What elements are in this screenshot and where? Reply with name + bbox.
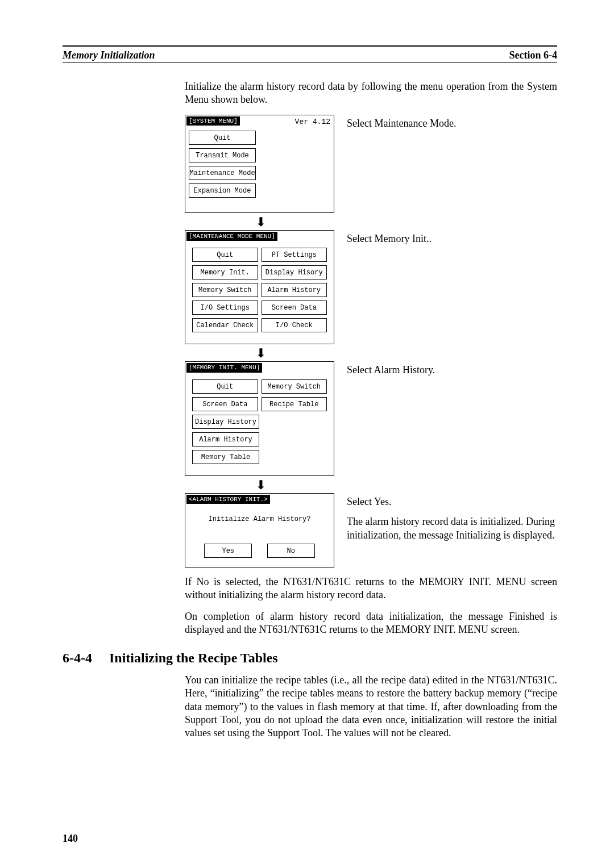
memory-init-button[interactable]: Memory Init. [192,265,258,279]
down-arrow-icon: ➡︎ [255,348,267,358]
transmit-mode-button[interactable]: Transmit Mode [189,148,256,162]
panel-title: [SYSTEM MENU] [186,116,240,126]
intro-text: Initialize the alarm history record data… [185,80,557,107]
screen-data-button[interactable]: Screen Data [192,397,258,411]
quit-button[interactable]: Quit [192,379,258,394]
subheading-text: You can initialize the recipe tables (i.… [185,674,557,740]
dialog-message: Initialize Alarm History? [185,504,334,544]
alarm-history-init-panel: <ALARM HISTORY INIT.> Initialize Alarm H… [185,493,334,567]
header-left: Memory Initialization [63,49,155,61]
calendar-check-button[interactable]: Calendar Check [192,318,258,332]
display-history-button[interactable]: Display Hisory [262,265,327,279]
step-2: [MAINTENANCE MODE MENU] Quit PT Settings… [185,230,557,345]
step-1-instruction: Select Maintenance Mode. [347,117,557,130]
step-1: [SYSTEM MENU] Ver 4.12 Quit Transmit Mod… [185,115,557,213]
recipe-table-button[interactable]: Recipe Table [262,397,327,411]
subheading-number: 6-4-4 [63,649,92,667]
memory-init-panel: [MEMORY INIT. MENU] Quit Memory Switch S… [185,361,334,476]
step-4-instruction-2: The alarm history record data is initial… [347,515,557,542]
alarm-history-button[interactable]: Alarm History [192,432,259,446]
io-check-button[interactable]: I/O Check [262,318,327,332]
expansion-mode-button[interactable]: Expansion Mode [189,183,256,198]
step-3-text: Select Alarm History. [347,361,557,379]
memory-switch-button[interactable]: Memory Switch [192,283,258,297]
step-3-instruction: Select Alarm History. [347,364,557,377]
step-1-text: Select Maintenance Mode. [347,115,557,132]
maintenance-mode-button[interactable]: Maintenance Mode [189,166,256,180]
step-4-instruction-1: Select Yes. [347,495,557,508]
subheading-row: 6-4-4 Initializing the Recipe Tables [63,649,557,667]
after-para-1: If No is selected, the NT631/NT631C retu… [185,575,557,602]
step-3: [MEMORY INIT. MENU] Quit Memory Switch S… [185,361,557,476]
alarm-history-button[interactable]: Alarm History [262,283,327,297]
panel-title: [MAINTENANCE MODE MENU] [186,232,277,241]
after-para-2: On completion of alarm history record da… [185,610,557,637]
no-button[interactable]: No [267,544,315,558]
page-number: 140 [63,832,78,845]
pt-settings-button[interactable]: PT Settings [262,248,327,262]
version-label: Ver 4.12 [295,118,330,127]
step-2-instruction: Select Memory Init.. [347,232,557,245]
step-2-text: Select Memory Init.. [347,230,557,248]
header-right: Section 6-4 [509,49,558,61]
subheading-title: Initializing the Recipe Tables [109,649,278,667]
io-settings-button[interactable]: I/O Settings [192,301,258,315]
down-arrow-icon: ➡︎ [255,216,267,227]
panel-title: <ALARM HISTORY INIT.> [186,495,270,504]
system-menu-panel: [SYSTEM MENU] Ver 4.12 Quit Transmit Mod… [185,115,334,213]
quit-button[interactable]: Quit [189,131,256,145]
panel-title: [MEMORY INIT. MENU] [186,363,262,372]
quit-button[interactable]: Quit [192,248,258,262]
yes-button[interactable]: Yes [204,544,252,558]
step-4-text: Select Yes. The alarm history record dat… [347,493,557,544]
display-history-button[interactable]: Display History [192,415,259,429]
memory-switch-button[interactable]: Memory Switch [262,379,327,394]
maintenance-mode-panel: [MAINTENANCE MODE MENU] Quit PT Settings… [185,230,334,345]
screen-data-disp-button[interactable]: Screen Data Disp. [262,301,327,315]
memory-table-button[interactable]: Memory Table [192,450,259,464]
step-4: <ALARM HISTORY INIT.> Initialize Alarm H… [185,493,557,567]
page-header: Memory Initialization Section 6-4 [63,45,557,63]
down-arrow-icon: ➡︎ [255,479,267,490]
